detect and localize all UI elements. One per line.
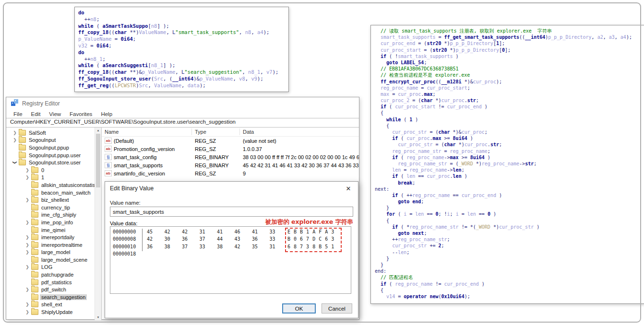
expand-icon[interactable]: ❯ [24,310,30,314]
hex-byte[interactable]: 37 [178,243,195,250]
hex-byte[interactable]: 31 [195,228,213,235]
registry-value-row[interactable]: absmartinfo_dic_versionREG_SZ9 [102,169,359,177]
hex-byte[interactable]: 33 [265,235,283,243]
hex-byte[interactable]: 33 [195,243,213,250]
registry-value-row[interactable]: abPromotion_config_versionREG_SZ1.0.0.37 [102,145,359,153]
expand-icon[interactable]: ❯ [12,138,18,142]
hex-byte[interactable]: 41 [248,228,265,235]
tree-item-0[interactable]: ❯0 [6,166,95,174]
menu-view[interactable]: View [45,111,65,117]
tree-item-SalSoft[interactable]: ❯SalSoft [6,129,95,137]
hex-byte[interactable]: 42 [160,228,178,235]
hex-byte[interactable]: 45 [143,228,160,235]
window-title: Registry Editor [22,100,60,107]
column-header-type[interactable]: Type [192,128,240,135]
address-bar[interactable]: Computer\HKEY_CURRENT_USER\SOFTWARE\Sogo… [6,118,359,128]
hex-byte[interactable]: 42 [230,243,248,250]
menu-favorites[interactable]: Favorites [65,111,96,117]
tree-item-ime_cfg_shiply[interactable]: ime_cfg_shiply [6,211,95,219]
tree-item-pdf_statistics[interactable]: pdf_statistics [6,279,95,286]
hex-byte[interactable]: 38 [160,243,178,250]
tree-item-pdf_switch[interactable]: ❯pdf_switch [6,286,95,293]
hex-byte[interactable]: 38 [213,243,230,250]
tree-item-1[interactable]: ❯1 [6,174,95,182]
tree-item-label: LOG [40,264,54,270]
registry-value-row[interactable]: 01 10smart_task_supportsREG_BINARY45 42 … [102,161,359,169]
tree-item-SogouInput.ppup.user[interactable]: SogouInput.ppup.user [6,151,95,159]
expand-icon[interactable]: ❯ [12,130,18,135]
scrollbar-thumb[interactable] [96,134,100,187]
hex-byte[interactable]: 36 [143,243,160,250]
value-data: 9 [240,171,359,176]
tree-item-beacon_main_switch[interactable]: beacon_main_switch [6,189,95,197]
value-name-input[interactable] [110,207,353,217]
tree-item-LOG[interactable]: ❯LOG [6,264,95,271]
scroll-down-icon[interactable]: ▼ [97,314,100,320]
registry-titlebar[interactable]: Registry Editor [6,97,359,110]
collapse-icon[interactable]: ❯ [12,160,17,165]
expand-icon[interactable]: ❯ [24,287,30,292]
dialog-titlebar[interactable]: Edit Binary Value ✕ [105,182,358,195]
expand-icon[interactable]: ❯ [24,197,30,202]
close-icon[interactable]: ✕ [339,182,358,195]
code-line: cur_proc_str += 2; [375,243,644,249]
registry-value-row[interactable]: ab(Default)REG_SZ(value not set) [102,137,359,145]
tree-item-imereportrealtime[interactable]: ❯imereportrealtime [6,241,95,249]
tree-item-ShiplyUpdate[interactable]: ❯ShiplyUpdate [6,308,95,316]
tree-item-SogouInput[interactable]: ❯SogouInput [6,137,95,144]
menu-edit[interactable]: Edit [27,111,45,117]
tree-item-shell_ext[interactable]: ❯shell_ext [6,301,95,309]
expand-icon[interactable]: ❯ [24,235,30,240]
hex-byte[interactable]: 43 [230,235,248,243]
code-line: // 匹配进程名 [375,274,644,280]
hex-byte[interactable]: 31 [265,243,283,250]
hex-byte[interactable]: 36 [178,235,195,243]
hex-byte[interactable]: 42 [178,228,195,235]
hex-byte[interactable]: 46 [230,228,248,235]
tree-item-label: ime_qimei [40,227,67,233]
hex-byte[interactable]: 33 [265,228,283,235]
tree-item-label: currency_tip [40,205,72,210]
hex-byte[interactable]: 44 [213,235,230,243]
hex-byte[interactable]: 36 [248,235,265,243]
column-header-name[interactable]: Name [102,128,192,135]
tree-item-large_model[interactable]: ❯large_model [6,249,95,256]
menu-help[interactable]: Help [96,111,117,117]
edit-binary-value-dialog: Edit Binary Value ✕ Value name: Value da… [105,181,358,318]
tree-item-ime_qimei[interactable]: ime_qimei [6,226,95,234]
tree-scrollbar[interactable]: ▲ ▼ [95,128,101,320]
hex-byte[interactable]: 30 [160,235,178,243]
scroll-up-icon[interactable]: ▲ [97,128,100,133]
code-line: ff_copy_18((char **)&p_ValueName, L"sear… [78,69,288,76]
expand-icon[interactable]: ❯ [24,220,30,225]
hex-byte[interactable]: 41 [213,228,230,235]
hex-editor[interactable]: 000000004542423141464133E B B 1 A F A 30… [110,226,351,294]
ok-button[interactable]: OK [282,303,316,313]
menu-file[interactable]: File [9,111,27,117]
tree-item-search_suggestion[interactable]: search_suggestion [6,293,95,301]
column-header-data[interactable]: Data [240,128,359,135]
hex-byte[interactable]: 35 [248,243,265,250]
expand-icon[interactable]: ❯ [24,175,30,180]
value-name-cell: 01 10smart_task_supports [102,162,192,168]
tree-item-ime_pop_info[interactable]: ❯ime_pop_info [6,219,95,226]
code-line: // 检查当前进程是不是 explorer.exe [375,72,644,78]
expand-icon[interactable]: ❯ [24,168,30,173]
tree-item-imereportdaily[interactable]: ❯imereportdaily [6,233,95,241]
tree-item-biz_shellext[interactable]: ❯biz_shellext [6,196,95,204]
list-rows: ab(Default)REG_SZ(value not set)abPromot… [102,137,359,177]
expand-icon[interactable]: ❯ [24,302,30,307]
hex-byte[interactable]: 42 [143,235,160,243]
tree-item-SogouInput.store.user[interactable]: ❯SogouInput.store.user [6,159,95,166]
expand-icon[interactable]: ❯ [24,243,30,247]
tree-item-currency_tip[interactable]: currency_tip [6,204,95,211]
hex-byte[interactable]: 37 [195,235,213,243]
registry-value-row[interactable]: 01 10smart_task_configREG_BINARY38 03 00… [102,153,359,161]
tree-item-large_model_scene[interactable]: large_model_scene [6,256,95,264]
tree-item-patchupgrade[interactable]: patchupgrade [6,271,95,279]
cancel-button[interactable]: Cancel [322,303,352,313]
expand-icon[interactable]: ❯ [24,250,30,255]
expand-icon[interactable]: ❯ [24,265,30,269]
tree-item-SogouInput.ppup[interactable]: SogouInput.ppup [6,144,95,151]
tree-item-allskin_statusiconstatistics[interactable]: allskin_statusiconstatistics [6,181,95,189]
